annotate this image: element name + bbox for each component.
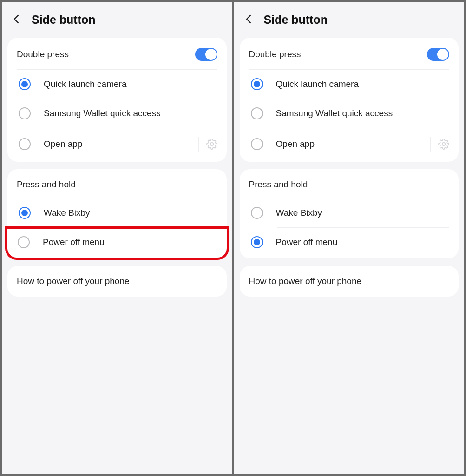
- option-label: Wake Bixby: [276, 208, 450, 218]
- radio-icon: [251, 107, 263, 119]
- option-label: Power off menu: [43, 237, 218, 247]
- how-to-power-off-card[interactable]: How to power off your phone: [7, 266, 227, 297]
- option-open-app[interactable]: Open app: [240, 128, 459, 160]
- back-icon[interactable]: [11, 13, 22, 26]
- header: Side button: [234, 2, 465, 38]
- option-open-app[interactable]: Open app: [7, 128, 227, 160]
- how-to-power-off-label: How to power off your phone: [249, 276, 450, 286]
- radio-icon: [19, 78, 31, 90]
- option-quick-launch-camera[interactable]: Quick launch camera: [7, 70, 227, 99]
- double-press-toggle[interactable]: [427, 48, 449, 61]
- option-power-off-menu[interactable]: Power off menu: [240, 228, 459, 257]
- radio-icon: [19, 138, 31, 150]
- option-power-off-menu[interactable]: Power off menu: [7, 228, 228, 258]
- gear-icon[interactable]: [430, 137, 449, 152]
- radio-icon: [19, 207, 31, 219]
- double-press-label: Double press: [17, 49, 195, 60]
- option-label: Open app: [44, 139, 198, 149]
- how-to-power-off-label: How to power off your phone: [17, 276, 217, 286]
- option-label: Samsung Wallet quick access: [276, 108, 450, 119]
- press-hold-card: Press and hold Wake Bixby Power off menu: [240, 169, 459, 258]
- double-press-header: Double press: [249, 40, 450, 70]
- option-quick-launch-camera[interactable]: Quick launch camera: [240, 70, 459, 99]
- option-label: Power off menu: [276, 237, 450, 247]
- option-samsung-wallet[interactable]: Samsung Wallet quick access: [7, 99, 227, 128]
- option-label: Quick launch camera: [276, 79, 450, 89]
- radio-icon: [251, 78, 263, 90]
- press-hold-label: Press and hold: [17, 179, 217, 190]
- settings-pane-right: Side button Double press Quick launch ca…: [234, 2, 465, 474]
- settings-pane-left: Side button Double press Quick launch ca…: [2, 2, 232, 474]
- option-label: Wake Bixby: [44, 208, 217, 218]
- option-label: Quick launch camera: [44, 79, 217, 89]
- option-samsung-wallet[interactable]: Samsung Wallet quick access: [240, 99, 459, 128]
- option-label: Samsung Wallet quick access: [44, 108, 217, 119]
- radio-icon: [251, 207, 263, 219]
- svg-point-0: [210, 143, 213, 145]
- gear-icon[interactable]: [198, 137, 217, 152]
- press-hold-label: Press and hold: [249, 179, 450, 190]
- press-hold-header: Press and hold: [17, 171, 217, 198]
- option-wake-bixby[interactable]: Wake Bixby: [7, 198, 227, 227]
- double-press-card: Double press Quick launch camera Samsung…: [7, 38, 227, 162]
- page-title: Side button: [32, 13, 95, 26]
- page-title: Side button: [264, 13, 328, 26]
- double-press-toggle[interactable]: [195, 48, 217, 61]
- radio-icon: [251, 138, 263, 150]
- header: Side button: [2, 2, 232, 38]
- double-press-header: Double press: [17, 40, 217, 70]
- option-wake-bixby[interactable]: Wake Bixby: [240, 198, 459, 227]
- radio-icon: [18, 236, 30, 248]
- press-hold-header: Press and hold: [249, 171, 450, 198]
- svg-point-1: [442, 143, 445, 145]
- radio-icon: [251, 236, 263, 248]
- press-hold-card: Press and hold Wake Bixby Power off menu: [7, 169, 227, 258]
- option-label: Open app: [276, 139, 431, 149]
- back-icon[interactable]: [243, 13, 255, 26]
- double-press-label: Double press: [249, 49, 427, 60]
- radio-icon: [19, 107, 31, 119]
- how-to-power-off-card[interactable]: How to power off your phone: [240, 266, 459, 297]
- double-press-card: Double press Quick launch camera Samsung…: [240, 38, 459, 162]
